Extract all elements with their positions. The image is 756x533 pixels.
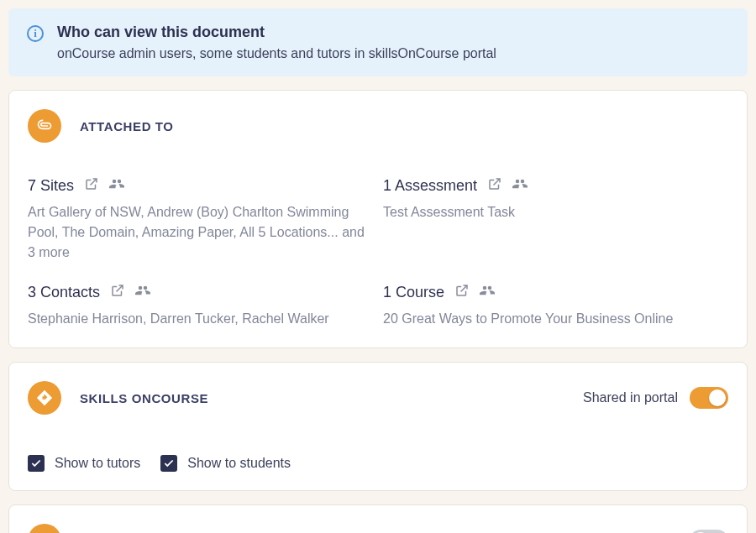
attached-item-contacts: 3 Contacts Stephanie Harrison, Darren Tu… xyxy=(28,283,373,329)
attachment-icon xyxy=(28,109,61,143)
attached-item-assessment: 1 Assessment Test Assessment Task xyxy=(383,176,728,263)
info-icon: i xyxy=(27,25,44,42)
show-tutors-checkbox[interactable]: Show to tutors xyxy=(28,455,140,472)
attached-heading: 7 Sites xyxy=(28,177,74,195)
banner-subtitle: onCourse admin users, some students and … xyxy=(57,46,496,61)
shared-link-toggle[interactable] xyxy=(690,530,728,533)
directions-icon xyxy=(28,381,61,415)
attached-detail: Stephanie Harrison, Darren Tucker, Rache… xyxy=(28,309,373,329)
attached-section-title: ATTACHED TO xyxy=(80,119,174,133)
show-students-checkbox[interactable]: Show to students xyxy=(160,455,291,472)
checkbox-label: Show to tutors xyxy=(55,456,140,471)
attached-heading: 1 Assessment xyxy=(383,177,477,195)
shared-portal-toggle[interactable] xyxy=(690,387,728,409)
link-icon xyxy=(28,524,61,533)
open-link-icon[interactable] xyxy=(110,283,125,302)
skills-oncourse-card: SKILLS ONCOURSE Shared in portal Show to… xyxy=(8,362,748,491)
attached-detail: 20 Great Ways to Promote Your Business O… xyxy=(383,309,728,329)
people-icon[interactable] xyxy=(135,283,150,302)
open-link-icon[interactable] xyxy=(84,176,99,196)
open-link-icon[interactable] xyxy=(454,283,470,302)
banner-title: Who can view this document xyxy=(57,24,496,41)
attached-detail: Art Gallery of NSW, Andrew (Boy) Charlto… xyxy=(28,202,373,263)
shared-portal-label: Shared in portal xyxy=(583,390,678,405)
checkbox-checked-icon xyxy=(28,455,45,472)
people-icon[interactable] xyxy=(109,176,124,196)
checkbox-checked-icon xyxy=(160,455,177,472)
attached-item-sites: 7 Sites Art Gallery of NSW, Andrew (Boy)… xyxy=(28,176,373,263)
open-link-icon[interactable] xyxy=(487,176,502,196)
skills-section-title: SKILLS ONCOURSE xyxy=(80,391,208,405)
shareable-link-card: SHAREABLE LINK Shared by link xyxy=(8,504,748,533)
attached-item-course: 1 Course 20 Great Ways to Promote Your B… xyxy=(383,283,728,329)
people-icon[interactable] xyxy=(512,176,528,196)
attached-heading: 1 Course xyxy=(383,284,444,301)
attached-heading: 3 Contacts xyxy=(28,284,100,301)
checkbox-label: Show to students xyxy=(187,456,291,471)
attached-to-card: ATTACHED TO 7 Sites Art Gallery of NSW, … xyxy=(8,90,748,348)
attached-detail: Test Assessment Task xyxy=(383,202,728,222)
visibility-info-banner: i Who can view this document onCourse ad… xyxy=(8,8,748,76)
people-icon[interactable] xyxy=(480,283,495,302)
